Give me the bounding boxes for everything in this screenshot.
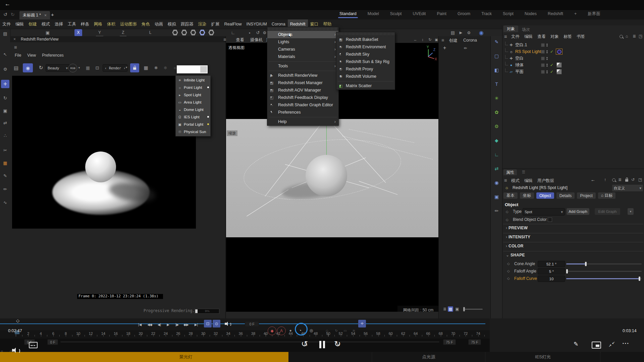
search-icon[interactable] bbox=[612, 178, 615, 182]
attr-tab-Project[interactable]: Project bbox=[577, 192, 595, 199]
visibility-dots[interactable] bbox=[546, 43, 548, 47]
transport-button-2[interactable]: ◀| bbox=[155, 321, 164, 327]
transport-button-5[interactable]: ◆▶ bbox=[182, 321, 191, 327]
layout-tab-Redshift[interactable]: Redshift bbox=[548, 11, 563, 18]
menu-item-Lights[interactable]: Lights› bbox=[267, 38, 338, 46]
record-button-1[interactable]: A bbox=[277, 326, 286, 335]
layout-tab-Nodes[interactable]: Nodes bbox=[525, 11, 537, 18]
video-rewind-10-button[interactable]: ↺ 10 bbox=[301, 339, 308, 349]
object-label[interactable]: 平面 bbox=[515, 69, 524, 75]
menu-工具[interactable]: 工具 bbox=[65, 19, 78, 29]
record-button-0[interactable]: ◆ bbox=[268, 326, 276, 335]
scale-tool-icon[interactable]: ▣ bbox=[1, 107, 9, 115]
sound-toggle-icon[interactable] bbox=[225, 321, 231, 326]
param-value-field[interactable]: 52.1 ° bbox=[538, 261, 565, 267]
ruler-frame-14[interactable]: 14 bbox=[101, 331, 105, 336]
object-row-平面[interactable]: ▱平面✓ bbox=[502, 68, 644, 75]
snap-icon[interactable]: ∴ bbox=[1, 131, 9, 140]
modeling-hexagon-icon[interactable] bbox=[181, 29, 187, 36]
type-dropdown[interactable]: Spot ▾ bbox=[523, 208, 565, 216]
menu-编辑[interactable]: 编辑 bbox=[13, 19, 26, 29]
light-item-Dome Light[interactable]: ◒Dome Light bbox=[176, 106, 210, 113]
menu-网格[interactable]: 网格 bbox=[92, 19, 105, 29]
list-view-icon[interactable]: ≣ bbox=[442, 306, 447, 312]
menu-模式[interactable]: 模式 bbox=[511, 178, 520, 184]
layout-tab-新界面[interactable]: 新界面 bbox=[588, 11, 600, 19]
slider-handle[interactable] bbox=[585, 262, 587, 266]
keyable-diamond-icon[interactable]: ◇ bbox=[507, 262, 510, 265]
up-icon[interactable]: ↑ bbox=[604, 177, 606, 182]
visibility-dots[interactable] bbox=[546, 50, 548, 54]
close-icon[interactable]: × bbox=[13, 37, 16, 42]
chapter-pointlight[interactable]: 点光源 bbox=[372, 352, 485, 362]
pen-object-icon[interactable]: ✎ bbox=[492, 38, 501, 46]
menu-item-Redshift Volume[interactable]: ✱Redshift Volume bbox=[336, 73, 395, 80]
menu-文件[interactable]: 文件 bbox=[511, 34, 520, 40]
tab-layers-icon[interactable]: ☰ bbox=[522, 170, 525, 174]
layout-tab-UVEdit[interactable]: UVEdit bbox=[413, 11, 426, 18]
section-shape[interactable]: SHAPE bbox=[506, 253, 525, 257]
ruler-frame-68[interactable]: 68 bbox=[439, 331, 443, 336]
ruler-frame-64[interactable]: 64 bbox=[414, 331, 418, 336]
thumb-size-slider[interactable] bbox=[463, 309, 483, 310]
menu-item-Redshift AOV Manager[interactable]: ▤Redshift AOV Manager bbox=[267, 86, 338, 94]
render-settings-button[interactable]: ⚙ bbox=[466, 29, 472, 36]
preview-start-field[interactable]: 0 F bbox=[47, 339, 58, 345]
ruler-frame-6[interactable]: 6 bbox=[52, 331, 54, 336]
layout-tab-Standard[interactable]: Standard bbox=[339, 11, 357, 18]
menu-item-Redshift Sky[interactable]: ☾Redshift Sky bbox=[336, 51, 395, 58]
popout-icon[interactable]: ◳ bbox=[638, 177, 642, 182]
section-preview[interactable]: PREVIEW bbox=[506, 226, 528, 230]
menu-编辑[interactable]: 编辑 bbox=[524, 34, 533, 40]
rotate-tool-icon[interactable]: ↻ bbox=[1, 94, 9, 102]
mograph-icon[interactable]: ✳ bbox=[492, 94, 501, 102]
layer-toggle[interactable] bbox=[541, 63, 545, 67]
field-icon[interactable]: ✿ bbox=[492, 108, 501, 116]
settings-icon[interactable]: ⚙ bbox=[262, 29, 267, 36]
anim-dim-icon-3[interactable]: ≋ bbox=[350, 327, 358, 334]
back-icon[interactable]: ← bbox=[591, 177, 595, 182]
history-icon[interactable]: ↺ bbox=[255, 29, 261, 36]
slider-handle[interactable] bbox=[639, 277, 640, 281]
ruler-frame-74[interactable]: 74 bbox=[476, 331, 480, 336]
maximize-icon[interactable]: ▣ bbox=[434, 37, 439, 42]
attr-tab-Details[interactable]: Details bbox=[556, 192, 575, 199]
ruler-frame-34[interactable]: 34 bbox=[226, 331, 230, 336]
visibility-dots[interactable] bbox=[546, 70, 548, 74]
nav-dropdown-icon[interactable]: ▾ bbox=[125, 66, 128, 69]
menu-corona[interactable]: Corona bbox=[463, 38, 477, 43]
video-forward-30-button[interactable]: ↻ 30 bbox=[334, 339, 341, 349]
autokey-snap-button[interactable]: ✛ bbox=[358, 320, 366, 327]
layout-tab-+[interactable]: + bbox=[574, 11, 577, 18]
blend-checkbox[interactable] bbox=[548, 218, 552, 222]
orbit-icon[interactable]: ↻ bbox=[427, 37, 433, 42]
hamburger-icon[interactable]: ≡ bbox=[504, 34, 507, 39]
ruler-frame-62[interactable]: 62 bbox=[401, 331, 405, 336]
volume-icon[interactable]: ◆ bbox=[492, 136, 501, 144]
menu-camera[interactable]: 摄像机 bbox=[250, 37, 263, 43]
menu-书签[interactable]: 书签 bbox=[577, 34, 585, 40]
ruler-frame-2[interactable]: 2 bbox=[27, 331, 29, 336]
anim-dim-icon-2[interactable]: ▭ bbox=[341, 327, 349, 334]
viewport-sphere[interactable] bbox=[306, 155, 347, 196]
layout-tab-Model[interactable]: Model bbox=[368, 11, 379, 18]
history-icon[interactable]: ↺ bbox=[631, 177, 635, 182]
prev-icon[interactable]: ‹ bbox=[105, 66, 107, 70]
ruler-frame-24[interactable]: 24 bbox=[164, 331, 168, 336]
phong-tag[interactable] bbox=[556, 62, 562, 68]
knife-icon[interactable]: ✂ bbox=[1, 146, 9, 155]
menu-模式[interactable]: 模式 bbox=[39, 19, 52, 29]
menu-item-Redshift RenderView[interactable]: ▶Redshift RenderView bbox=[267, 72, 338, 79]
document-tab[interactable]: 未标题 1 * × bbox=[19, 11, 50, 19]
ruler-frame-4[interactable]: 4 bbox=[40, 331, 42, 336]
menu-选择[interactable]: 选择 bbox=[52, 19, 65, 29]
object-row-RS Spot Light[interactable]: ☼RS Spot Light✓ bbox=[502, 48, 644, 55]
ruler-frame-66[interactable]: 66 bbox=[426, 331, 430, 336]
hamburger-icon[interactable]: ≡ bbox=[441, 38, 444, 43]
light-item-Area Light[interactable]: ▭Area Light bbox=[176, 99, 210, 106]
tab-attributes[interactable]: 属性 bbox=[503, 169, 517, 175]
move-tool-icon[interactable]: ✛ bbox=[1, 80, 9, 88]
menu-item-Redshift BakeSet[interactable]: ▦Redshift BakeSet bbox=[336, 36, 395, 43]
modeling-hexagon-icon[interactable] bbox=[172, 29, 178, 36]
ruler-frame-32[interactable]: 32 bbox=[214, 331, 218, 336]
